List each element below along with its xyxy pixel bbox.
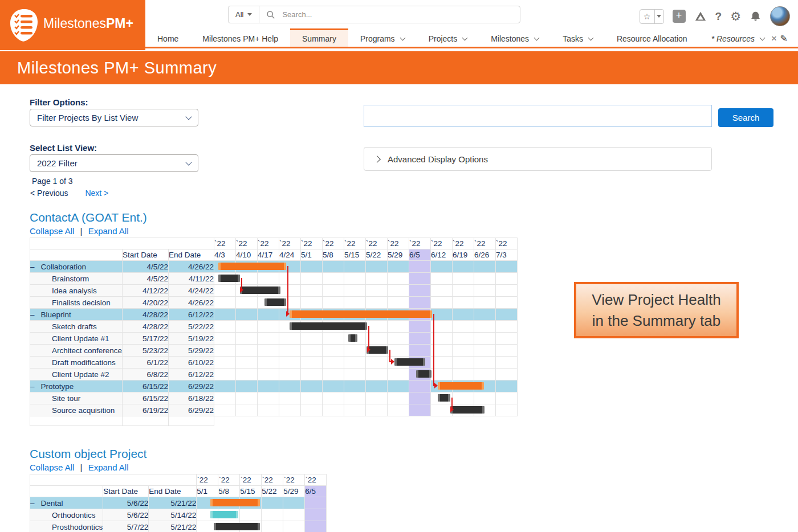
gantt-cell — [496, 309, 518, 321]
gantt-cell — [214, 380, 236, 392]
gantt-bar-client-update-1[interactable] — [348, 334, 357, 342]
task-row: Orthodontics5/6/225/14/22 — [30, 509, 327, 521]
task-name-cell: Architect conference — [30, 345, 123, 357]
gantt-bar-brainstorm[interactable] — [218, 275, 240, 282]
tab-home[interactable]: Home — [145, 28, 190, 47]
year-label-cell: `22 — [283, 474, 305, 486]
collapse-toggle-icon[interactable]: – — [30, 263, 35, 271]
gantt-bar-prosthodontics[interactable] — [214, 523, 260, 530]
gantt-cell — [366, 380, 388, 392]
gantt-bar-client-update-2[interactable] — [416, 370, 431, 378]
tab-tasks[interactable]: Tasks — [551, 28, 605, 47]
tab-milestones[interactable]: Milestones — [479, 28, 551, 47]
gantt-bar-blueprint[interactable] — [290, 310, 432, 318]
gantt-cell — [431, 285, 453, 297]
gantt-bar-orthodontics[interactable] — [210, 511, 238, 518]
week-label-cell: 6/26 — [474, 249, 496, 261]
tab-projects[interactable]: Projects — [417, 28, 479, 47]
gantt-cell — [279, 404, 301, 416]
tab-resource-allocation[interactable]: Resource Allocation — [605, 28, 699, 47]
task-name: Site tour — [52, 394, 80, 403]
gantt-bar-collaboration[interactable] — [218, 263, 286, 270]
ghost-cell — [366, 416, 388, 426]
setup-gear-icon[interactable]: ⚙ — [730, 10, 741, 23]
tab-programs[interactable]: Programs — [348, 28, 417, 47]
gantt-bar-source-acquisition[interactable] — [450, 406, 484, 414]
favorites-dropdown-button[interactable] — [654, 10, 663, 23]
gantt-cell — [474, 369, 496, 380]
user-avatar[interactable] — [770, 6, 790, 26]
gantt-header-cell — [30, 486, 103, 497]
gantt-cell — [366, 392, 388, 404]
deployment-icon[interactable] — [694, 10, 707, 23]
gantt-cell — [431, 321, 453, 333]
star-icon[interactable]: ☆ — [640, 10, 654, 23]
gantt-bar-draft-modifications[interactable] — [394, 358, 425, 366]
week-label-cell: 4/24 — [279, 249, 301, 261]
next-page-link[interactable]: Next > — [85, 189, 108, 198]
gantt-cell — [409, 285, 431, 297]
task-row: Source acquisition6/19/226/29/22 — [30, 404, 518, 416]
week-label-cell: 5/1 — [301, 249, 323, 261]
collapse-toggle-icon[interactable]: – — [30, 310, 35, 319]
task-name: Architect conference — [52, 346, 122, 355]
tab-more[interactable]: More — [789, 28, 798, 47]
current-week-label-cell: 6/5 — [409, 249, 431, 261]
collapse-all-link[interactable]: Collapse All — [30, 226, 74, 236]
collapse-toggle-icon[interactable]: – — [30, 499, 35, 508]
notification-bell-icon[interactable] — [750, 10, 762, 22]
expand-all-link[interactable]: Expand All — [88, 226, 129, 236]
advanced-display-options[interactable]: Advanced Display Options — [364, 147, 712, 171]
blank-cell — [123, 416, 169, 426]
search-scope-dropdown[interactable]: All — [229, 6, 259, 23]
start-date-cell: 6/15/22 — [123, 380, 169, 392]
gantt-cell — [262, 509, 283, 521]
start-date-cell: 4/28/22 — [123, 321, 169, 333]
tab-label: Summary — [302, 34, 336, 43]
project-search-input[interactable] — [364, 105, 711, 126]
gantt-cell — [453, 261, 474, 273]
help-icon[interactable]: ? — [715, 10, 722, 23]
tab-resources[interactable]: * Resources× — [699, 28, 789, 47]
tab-summary[interactable]: Summary — [290, 28, 348, 47]
gantt-cell — [366, 261, 388, 273]
collapse-all-link[interactable]: Collapse All — [30, 463, 74, 472]
tab-milestones-pm-help[interactable]: Milestones PM+ Help — [190, 28, 290, 47]
gantt-cell — [366, 321, 388, 333]
list-view-select[interactable]: 2022 Filter — [30, 154, 198, 172]
previous-page-link[interactable]: < Previous — [30, 189, 68, 198]
gantt-table: `22`22`22`22`22`22Start DateEnd Date5/15… — [30, 474, 327, 532]
gantt-cell — [496, 345, 518, 357]
year-label-cell: `22 — [258, 238, 279, 249]
collapse-toggle-icon[interactable]: – — [30, 382, 35, 391]
close-icon[interactable]: × — [771, 34, 777, 43]
global-search-input[interactable] — [281, 10, 513, 19]
page-title: Milestones PM+ Summary — [17, 59, 217, 77]
edit-pencil-icon[interactable]: ✎ — [780, 33, 788, 44]
search-button[interactable]: Search — [718, 108, 773, 127]
gantt-cell — [323, 357, 344, 369]
expand-all-link[interactable]: Expand All — [88, 463, 129, 472]
week-label-cell: 6/12 — [431, 249, 453, 261]
gantt-cell — [236, 380, 258, 392]
gantt-cell — [453, 297, 474, 309]
add-icon[interactable]: + — [673, 10, 686, 23]
gantt-bar-idea-analysis[interactable] — [240, 287, 280, 294]
week-label-cell: 5/1 — [197, 486, 218, 497]
gantt-bar-prototype[interactable] — [438, 382, 484, 390]
gantt-cell — [388, 369, 409, 380]
gantt-bar-sketch-drafts[interactable] — [290, 322, 367, 330]
task-name: Prosthodontics — [52, 523, 103, 531]
search-icon — [266, 10, 275, 19]
end-date-cell: 5/21/22 — [149, 521, 197, 532]
ghost-cell — [301, 416, 323, 426]
gantt-cell — [305, 497, 327, 509]
filter-options-select[interactable]: Filter Projects By List View — [30, 109, 198, 126]
gantt-bar-site-tour[interactable] — [438, 394, 450, 402]
gantt-cell — [474, 321, 496, 333]
gantt-bar-finalists-decision[interactable] — [264, 298, 286, 306]
gantt-cell — [388, 321, 409, 333]
gantt-bar-dental[interactable] — [210, 499, 260, 506]
gantt-bar-architect-conference[interactable] — [367, 346, 388, 354]
checklist-logo-icon — [9, 8, 39, 42]
